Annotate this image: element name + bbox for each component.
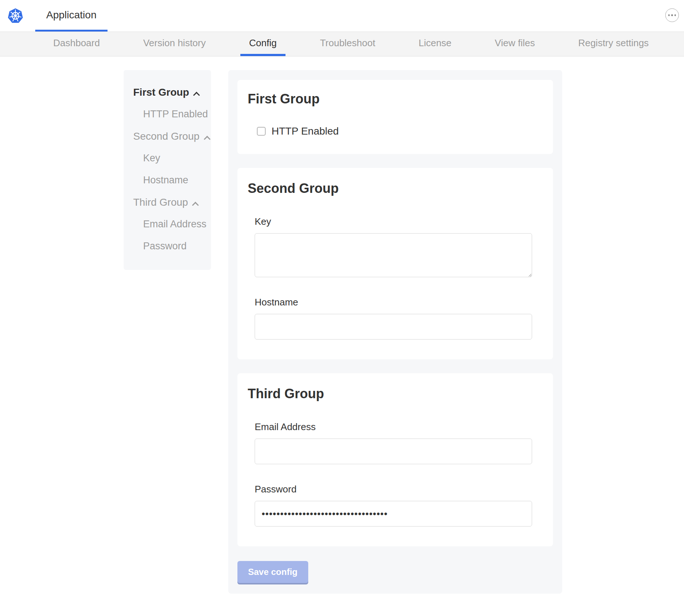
chevron-up-icon (193, 92, 200, 98)
hostname-input[interactable] (255, 314, 532, 340)
sidebar-item-third-group[interactable]: Third Group (124, 196, 211, 209)
app-tab-label: Application (46, 9, 97, 21)
sidebar-item-hostname[interactable]: Hostname (124, 174, 211, 187)
tab-troubleshoot[interactable]: Troubleshoot (311, 32, 384, 56)
more-options-button[interactable] (665, 8, 679, 22)
app-header: Application (0, 0, 684, 32)
sidebar-item-second-group[interactable]: Second Group (124, 130, 211, 143)
http-enabled-checkbox[interactable] (257, 127, 266, 136)
hostname-label: Hostname (255, 296, 543, 308)
sidebar-item-key[interactable]: Key (124, 152, 211, 165)
email-address-label: Email Address (255, 421, 543, 433)
group-title: Third Group (248, 386, 543, 402)
email-address-field: Email Address (255, 421, 543, 464)
group-title: First Group (248, 91, 543, 107)
tab-dashboard[interactable]: Dashboard (44, 32, 109, 56)
password-label: Password (255, 483, 543, 495)
page: Application Dashboard Version history Co… (0, 0, 684, 616)
email-address-input[interactable] (255, 439, 532, 464)
chevron-up-icon (204, 136, 210, 142)
password-field: Password (255, 483, 543, 527)
http-enabled-label: HTTP Enabled (272, 125, 339, 137)
http-enabled-field: HTTP Enabled (257, 125, 543, 137)
group-title: Second Group (248, 180, 543, 197)
app-navbar: Dashboard Version history Config Trouble… (0, 32, 684, 56)
config-group-first: First Group HTTP Enabled (237, 80, 553, 154)
config-form-area: First Group HTTP Enabled Second Group Ke… (228, 70, 562, 594)
key-textarea[interactable] (255, 233, 532, 277)
ellipsis-icon (668, 14, 670, 16)
tab-config[interactable]: Config (240, 32, 285, 56)
tab-application[interactable]: Application (35, 0, 108, 32)
password-input[interactable] (255, 501, 532, 527)
chevron-up-icon (192, 202, 199, 208)
sidebar-item-password[interactable]: Password (124, 240, 211, 253)
tab-registry-settings[interactable]: Registry settings (570, 32, 658, 56)
kubernetes-logo-icon (8, 8, 23, 23)
sidebar-item-email-address[interactable]: Email Address (124, 218, 211, 231)
tab-version-history[interactable]: Version history (134, 32, 215, 56)
config-group-second: Second Group Key Hostname (237, 168, 553, 359)
config-group-third: Third Group Email Address Password (237, 373, 553, 546)
sidebar-item-first-group[interactable]: First Group (124, 86, 211, 99)
config-sidebar: First Group HTTP Enabled Second Group Ke… (124, 70, 211, 270)
key-label: Key (255, 216, 543, 227)
tab-view-files[interactable]: View files (486, 32, 543, 56)
key-field: Key (255, 216, 543, 277)
hostname-field: Hostname (255, 296, 543, 340)
tab-license[interactable]: License (410, 32, 461, 56)
sidebar-item-http-enabled[interactable]: HTTP Enabled (124, 108, 211, 121)
save-config-button[interactable]: Save config (237, 561, 308, 583)
